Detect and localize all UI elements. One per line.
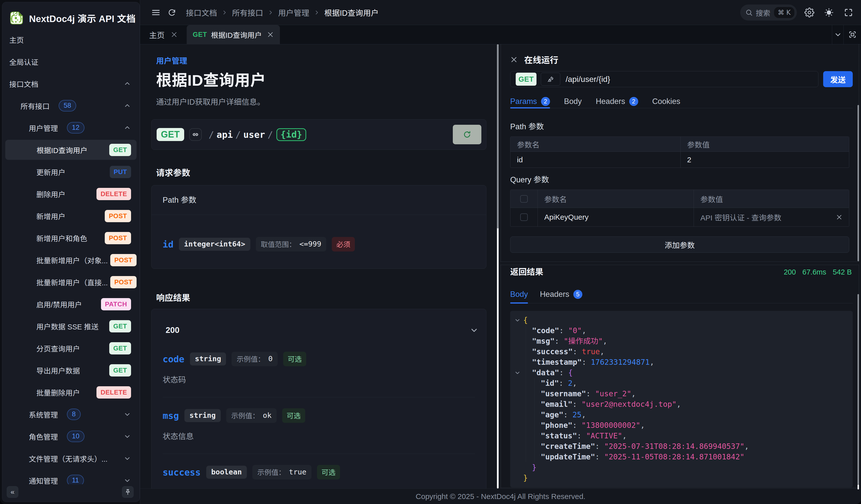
select-all-checkbox[interactable] — [520, 195, 528, 202]
remove-param-button[interactable] — [836, 214, 843, 221]
breadcrumb-item[interactable]: 根据ID查询用户 — [324, 7, 379, 18]
sidebar-item[interactable]: 全局认证 — [2, 51, 140, 73]
api-refresh-button[interactable] — [453, 125, 481, 144]
chevron-down-icon — [124, 410, 131, 418]
json-token: true — [582, 347, 600, 356]
sidebar-item-label: 用户管理 — [29, 123, 58, 133]
json-token: "2025-07-31T08:28:14.869940537" — [604, 442, 744, 451]
result-scrollbar-thumb[interactable] — [858, 294, 859, 485]
sidebar-item[interactable]: 启用/禁用用户PATCH — [2, 293, 140, 315]
json-fold-toggle[interactable] — [510, 315, 523, 325]
tab-close-button[interactable] — [267, 31, 274, 38]
json-token: } — [523, 474, 528, 482]
tab[interactable]: 主页 — [140, 25, 187, 44]
sidebar-item[interactable]: 所有接口58 — [2, 95, 140, 117]
sidebar-pin-button[interactable] — [122, 486, 134, 498]
tab-close-button[interactable] — [170, 31, 178, 38]
tab-capture-button[interactable] — [844, 25, 861, 44]
tab-label: Params — [510, 97, 537, 106]
sidebar-item[interactable]: 新增用户POST — [2, 205, 140, 227]
json-line: "status": "ACTIVE", — [510, 431, 853, 441]
request-url-input[interactable]: GET /api/user/{id} — [510, 71, 818, 87]
runner-close-button[interactable] — [510, 56, 518, 64]
sidebar-item[interactable]: 通知管理11 — [2, 470, 140, 484]
sidebar-item-label: 批量删除用户 — [36, 387, 80, 397]
query-param-checkbox[interactable] — [520, 213, 528, 221]
sidebar-item-label: 角色管理 — [29, 431, 58, 442]
sidebar-item[interactable]: 删除用户DELETE — [2, 183, 140, 205]
example-label: 示例值： — [231, 410, 259, 420]
response-json-viewer[interactable]: {"code": "0","msg": "操作成功","success": tr… — [510, 311, 853, 488]
tab-headers[interactable]: Headers5 — [540, 290, 582, 303]
path-param-name[interactable]: id — [510, 152, 680, 168]
copy-link-button[interactable] — [189, 128, 202, 141]
tab-body[interactable]: Body — [510, 290, 528, 303]
connection-button[interactable] — [541, 73, 560, 86]
add-param-button[interactable]: 添加参数 — [510, 237, 849, 253]
request-method-select[interactable]: GET — [516, 73, 536, 86]
method-badge: POST — [110, 276, 137, 288]
settings-button[interactable] — [802, 5, 816, 19]
tab-label: Headers — [540, 290, 569, 299]
tab-body[interactable]: Body — [564, 97, 582, 108]
sidebar-item[interactable]: 文件管理（无请求头）... — [2, 447, 140, 470]
json-line: "phone": "13800000002", — [510, 420, 853, 431]
sidebar-item[interactable]: 根据ID查询用户GET — [5, 140, 137, 160]
sidebar-item-label: 系统管理 — [29, 409, 58, 420]
json-tokens: } — [523, 462, 536, 473]
tab-list-expand-button[interactable] — [832, 25, 844, 44]
tab-headers[interactable]: Headers2 — [596, 97, 638, 108]
response-status-code: 200 — [166, 325, 179, 335]
sidebar-item-label: 批量新增用户（对象... — [36, 255, 108, 265]
breadcrumb-item[interactable]: 接口文档 — [186, 7, 217, 18]
query-param-name[interactable]: ApiKeyQuery — [537, 208, 694, 226]
sidebar-item[interactable]: 批量删除用户DELETE — [2, 381, 140, 403]
json-token: : — [555, 337, 563, 346]
tab-active[interactable]: GET根据ID查询用户 — [187, 25, 280, 44]
breadcrumb-item[interactable]: 用户管理 — [278, 7, 309, 18]
sidebar-item[interactable]: 批量新增用户（直接...POST — [2, 271, 140, 293]
response-fields: codestring示例值：0可选状态码msgstring示例值：ok可选状态信… — [152, 335, 486, 489]
query-param-value[interactable]: API 密钥认证 - 查询参数 — [694, 208, 849, 226]
breadcrumb-item[interactable]: 所有接口 — [232, 7, 263, 18]
response-status-row[interactable]: 200 — [152, 309, 486, 335]
method-badge: GET — [109, 320, 131, 332]
api-endpoint-bar: GET /api/user/{id} — [151, 119, 487, 150]
field-example-badge: 示例值：true — [252, 465, 312, 479]
sidebar-item[interactable]: 导出用户数据GET — [2, 359, 140, 381]
sidebar-item[interactable]: 新增用户和角色POST — [2, 227, 140, 249]
sidebar-item[interactable]: 接口文档 — [2, 73, 140, 95]
request-scrollbar-thumb[interactable] — [858, 105, 859, 261]
fullscreen-button[interactable] — [842, 5, 856, 19]
app-logo-icon — [9, 11, 24, 25]
tab-count-badge: 5 — [573, 290, 582, 299]
tab-cookies[interactable]: Cookies — [652, 97, 680, 108]
sidebar-item[interactable]: 分页查询用户GET — [2, 337, 140, 359]
sidebar-item[interactable]: 更新用户PUT — [2, 161, 140, 183]
doc-category-link[interactable]: 用户管理 — [156, 55, 187, 66]
tab-params[interactable]: Params2 — [510, 97, 550, 108]
json-token: "createTime" — [541, 442, 595, 451]
sidebar-collapse-button[interactable]: « — [7, 486, 18, 498]
send-button[interactable]: 发送 — [823, 71, 853, 87]
menu-toggle-button[interactable] — [151, 8, 161, 17]
result-scrollbar-track[interactable] — [858, 485, 859, 489]
refresh-icon — [463, 130, 472, 139]
topbar: 接口文档所有接口用户管理根据ID查询用户 搜索 ⌘ K — [140, 0, 861, 25]
sidebar-item[interactable]: 用户数据 SSE 推送GET — [2, 315, 140, 337]
sidebar-item[interactable]: 角色管理10 — [2, 425, 140, 447]
theme-toggle-button[interactable] — [822, 5, 836, 19]
json-token: 25 — [572, 410, 582, 419]
json-token: : — [577, 431, 586, 440]
sidebar-item[interactable]: 系统管理8 — [2, 403, 140, 425]
path-param-value[interactable]: 2 — [680, 152, 849, 168]
refresh-page-button[interactable] — [168, 8, 176, 17]
json-tokens: "createTime": "2025-07-31T08:28:14.86994… — [523, 441, 749, 452]
sidebar-item[interactable]: 主页 — [2, 29, 140, 51]
method-badge: GET — [109, 342, 131, 354]
json-fold-toggle[interactable] — [510, 367, 523, 378]
response-field: codestring示例值：0可选状态码 — [163, 341, 475, 397]
sidebar-item[interactable]: 用户管理12 — [2, 117, 140, 139]
search-input[interactable]: 搜索 ⌘ K — [740, 4, 797, 20]
sidebar-item[interactable]: 批量新增用户（对象...POST — [2, 249, 140, 271]
